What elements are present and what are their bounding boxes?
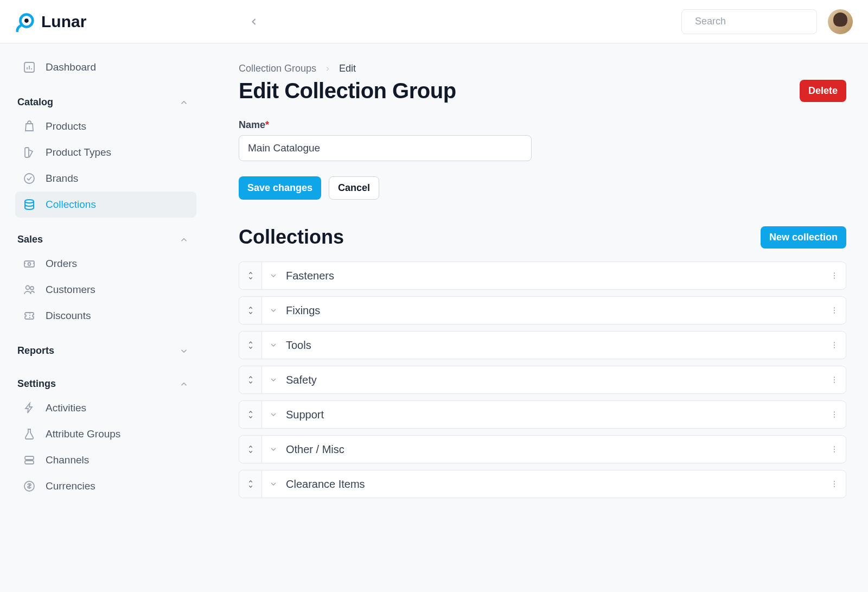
swatch-icon xyxy=(23,146,36,159)
expand-toggle[interactable] xyxy=(262,445,285,454)
search-box[interactable] xyxy=(681,9,817,34)
main-content: Collection Groups Edit Edit Collection G… xyxy=(206,43,868,592)
svg-point-12 xyxy=(28,263,31,265)
collection-name[interactable]: Fasteners xyxy=(285,270,823,282)
name-label: Name* xyxy=(239,119,846,131)
svg-point-22 xyxy=(834,307,835,308)
chevron-down-icon xyxy=(269,410,278,419)
dots-vertical-icon xyxy=(830,271,839,280)
sidebar-item-discounts[interactable]: Discounts xyxy=(15,303,196,329)
expand-toggle[interactable] xyxy=(262,410,285,419)
sidebar-item-dashboard[interactable]: Dashboard xyxy=(15,54,196,80)
logo-icon xyxy=(15,11,36,32)
cancel-button[interactable]: Cancel xyxy=(329,176,379,200)
svg-point-10 xyxy=(25,200,34,203)
chevron-up-icon xyxy=(179,379,189,389)
row-menu-button[interactable] xyxy=(823,375,846,384)
row-menu-button[interactable] xyxy=(823,480,846,488)
avatar[interactable] xyxy=(828,9,853,34)
drag-handle[interactable] xyxy=(239,436,262,463)
bolt-icon xyxy=(23,402,36,415)
chevron-down-icon xyxy=(269,375,278,384)
expand-toggle[interactable] xyxy=(262,341,285,349)
cash-icon xyxy=(23,257,36,270)
svg-point-28 xyxy=(834,377,835,378)
drag-handle[interactable] xyxy=(239,332,262,359)
expand-toggle[interactable] xyxy=(262,480,285,488)
sidebar-item-products[interactable]: Products xyxy=(15,113,196,139)
dots-vertical-icon xyxy=(830,306,839,315)
sidebar-item-currencies[interactable]: Currencies xyxy=(15,473,196,499)
back-button[interactable] xyxy=(244,11,264,32)
collection-name[interactable]: Clearance Items xyxy=(285,478,823,491)
collection-row: Other / Misc xyxy=(239,435,846,463)
collection-name[interactable]: Tools xyxy=(285,339,823,352)
sidebar-item-label: Customers xyxy=(46,284,95,296)
sidebar-item-label: Orders xyxy=(46,258,77,270)
sidebar-item-activities[interactable]: Activities xyxy=(15,395,196,421)
sort-icon xyxy=(246,341,255,349)
svg-point-21 xyxy=(834,278,835,279)
sidebar-item-attribute-groups[interactable]: Attribute Groups xyxy=(15,421,196,447)
svg-point-25 xyxy=(834,342,835,343)
sidebar-item-product-types[interactable]: Product Types xyxy=(15,139,196,165)
collection-row: Safety xyxy=(239,366,846,394)
collection-row: Clearance Items xyxy=(239,470,846,498)
sidebar-item-customers[interactable]: Customers xyxy=(15,277,196,303)
expand-toggle[interactable] xyxy=(262,375,285,384)
sidebar-item-channels[interactable]: Channels xyxy=(15,447,196,473)
chevron-left-icon xyxy=(248,16,259,27)
sort-icon xyxy=(246,480,255,488)
name-input[interactable] xyxy=(239,135,532,161)
dots-vertical-icon xyxy=(830,445,839,454)
sidebar-header-reports[interactable]: Reports xyxy=(15,338,196,362)
sidebar-header-sales[interactable]: Sales xyxy=(15,226,196,251)
search-input[interactable] xyxy=(695,16,821,27)
sidebar-item-label: Product Types xyxy=(46,147,111,158)
row-menu-button[interactable] xyxy=(823,306,846,315)
drag-handle[interactable] xyxy=(239,297,262,324)
drag-handle[interactable] xyxy=(239,470,262,498)
collection-name[interactable]: Safety xyxy=(285,374,823,386)
logo[interactable]: Lunar xyxy=(15,11,86,32)
drag-handle[interactable] xyxy=(239,262,262,289)
save-button[interactable]: Save changes xyxy=(239,176,321,200)
sidebar-header-settings[interactable]: Settings xyxy=(15,371,196,395)
chart-icon xyxy=(23,61,36,74)
collection-name[interactable]: Support xyxy=(285,409,823,421)
sidebar-item-orders[interactable]: Orders xyxy=(15,251,196,277)
row-menu-button[interactable] xyxy=(823,341,846,349)
sidebar-item-collections[interactable]: Collections xyxy=(15,192,196,218)
collection-name[interactable]: Fixings xyxy=(285,304,823,317)
svg-point-19 xyxy=(834,272,835,273)
expand-toggle[interactable] xyxy=(262,306,285,315)
svg-point-38 xyxy=(834,483,835,485)
svg-point-20 xyxy=(834,275,835,276)
currency-icon xyxy=(23,480,36,493)
svg-point-30 xyxy=(834,382,835,383)
sidebar-item-label: Attribute Groups xyxy=(46,428,120,440)
row-menu-button[interactable] xyxy=(823,410,846,419)
sidebar-header-catalog[interactable]: Catalog xyxy=(15,89,196,113)
expand-toggle[interactable] xyxy=(262,271,285,280)
chevron-down-icon xyxy=(269,306,278,315)
delete-button[interactable]: Delete xyxy=(800,80,846,102)
sort-icon xyxy=(246,271,255,280)
row-menu-button[interactable] xyxy=(823,445,846,454)
sidebar-item-brands[interactable]: Brands xyxy=(15,165,196,192)
svg-point-29 xyxy=(834,379,835,380)
drag-handle[interactable] xyxy=(239,366,262,393)
svg-rect-11 xyxy=(24,261,34,267)
sidebar-item-label: Activities xyxy=(46,402,86,414)
collection-name[interactable]: Other / Misc xyxy=(285,443,823,456)
new-collection-button[interactable]: New collection xyxy=(761,226,846,249)
svg-point-37 xyxy=(834,481,835,482)
dots-vertical-icon xyxy=(830,410,839,419)
row-menu-button[interactable] xyxy=(823,271,846,280)
drag-handle[interactable] xyxy=(239,401,262,428)
breadcrumb: Collection Groups Edit xyxy=(239,63,846,74)
svg-point-33 xyxy=(834,417,835,418)
svg-point-24 xyxy=(834,313,835,314)
svg-point-35 xyxy=(834,449,835,450)
breadcrumb-root[interactable]: Collection Groups xyxy=(239,63,316,74)
